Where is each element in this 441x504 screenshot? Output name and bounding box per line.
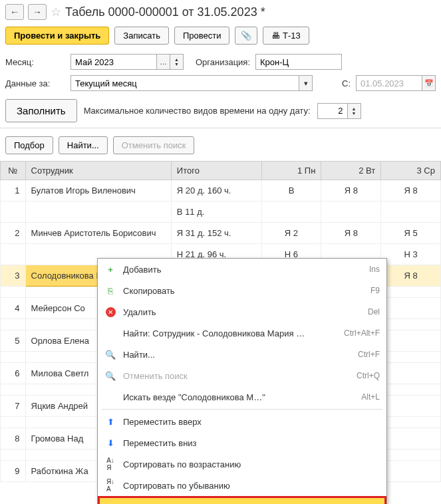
favorite-star-icon[interactable]: ☆ [51, 5, 61, 19]
sort-desc-icon: Я↓A [104, 479, 116, 482]
cell-day3[interactable]: Я 5 [381, 223, 441, 244]
post-and-close-button[interactable]: Провести и закрыть [5, 27, 109, 45]
calendar-button[interactable]: 📅 [422, 75, 436, 91]
attachment-button[interactable]: 📎 [235, 27, 257, 45]
fill-button[interactable]: Заполнить [5, 99, 77, 122]
post-button[interactable]: Провести [174, 27, 230, 45]
cell-num[interactable]: 1 [1, 180, 26, 201]
col-total[interactable]: Итого [171, 162, 261, 180]
cell-num[interactable]: 5 [1, 330, 26, 352]
cell-day3[interactable]: Я 8 [381, 180, 441, 201]
month-select-button[interactable]: … [157, 54, 170, 70]
cell-num[interactable]: 9 [1, 461, 26, 482]
find-button[interactable]: Найти... [59, 136, 108, 154]
forward-button[interactable]: → [28, 4, 47, 20]
month-spinner[interactable]: ▲▼ [170, 54, 184, 70]
cell-day3[interactable] [381, 384, 441, 396]
cell-num[interactable] [1, 244, 26, 265]
max-types-label: Максимальное количество видов времени на… [84, 106, 311, 116]
menu-label: Искать везде "Солодовникова М…" [123, 392, 355, 402]
cell-num[interactable] [1, 201, 26, 223]
cell-day1[interactable]: В [261, 180, 321, 201]
cell-total[interactable]: Я 20 д. 160 ч. [171, 180, 261, 201]
cancel-search-icon: 🔍 [104, 370, 116, 382]
col-num[interactable]: № [1, 162, 26, 180]
cell-total[interactable]: В 11 д. [171, 201, 261, 223]
menu-item[interactable]: Искать везде "Солодовникова М…"Alt+L [98, 386, 386, 408]
cell-day3[interactable] [381, 449, 441, 461]
cell-day3[interactable] [381, 298, 441, 319]
cell-num[interactable] [1, 319, 26, 330]
cell-day3[interactable] [381, 201, 441, 223]
cell-day2[interactable]: Я 8 [321, 180, 381, 201]
cell-day3[interactable] [381, 330, 441, 352]
menu-shortcut: Ctrl+Alt+F [344, 328, 380, 338]
table-row[interactable]: 1Булатов Игорь ВиленовичЯ 20 д. 160 ч.ВЯ… [1, 180, 441, 201]
max-types-spinner[interactable]: ▲▼ [348, 103, 361, 119]
cell-day3[interactable] [381, 461, 441, 482]
cell-num[interactable]: 6 [1, 363, 26, 384]
cell-employee[interactable]: Минчев Аристотель Борисович [25, 223, 171, 244]
menu-item[interactable]: A↓ЯСортировать по возрастанию [98, 453, 386, 475]
cell-employee[interactable] [25, 201, 171, 223]
cell-day3[interactable] [381, 428, 441, 449]
menu-label: Добавить [123, 265, 363, 275]
cell-day2[interactable]: Я 8 [321, 223, 381, 244]
cell-day3[interactable] [381, 417, 441, 428]
cell-day3[interactable] [381, 363, 441, 384]
cell-num[interactable]: 7 [1, 396, 26, 417]
sort-asc-icon: A↓Я [104, 458, 116, 470]
cancel-search-button: Отменить поиск [113, 136, 195, 154]
select-button[interactable]: Подбор [5, 136, 53, 154]
cell-num[interactable] [1, 384, 26, 396]
down-icon: ⬇ [104, 437, 116, 449]
menu-item[interactable]: +ДобавитьIns [98, 259, 386, 280]
cell-num[interactable] [1, 352, 26, 363]
cell-num[interactable]: 3 [1, 265, 26, 287]
cell-day2[interactable] [321, 201, 381, 223]
cell-num[interactable]: 2 [1, 223, 26, 244]
cell-day3[interactable]: Я 8 [381, 265, 441, 287]
data-for-label: Данные за: [5, 78, 65, 88]
cell-day3[interactable] [381, 352, 441, 363]
from-date-input[interactable] [356, 75, 422, 91]
org-input[interactable] [255, 54, 342, 70]
delete-icon: ✕ [104, 306, 116, 318]
col-employee[interactable]: Сотрудник [25, 162, 171, 180]
data-for-dropdown[interactable]: ▾ [299, 75, 313, 91]
menu-item[interactable]: ⬇Переместить вниз [98, 432, 386, 453]
max-types-input[interactable] [317, 103, 348, 119]
save-button[interactable]: Записать [114, 27, 169, 45]
menu-item[interactable]: ⎘СкопироватьF9 [98, 280, 386, 301]
cell-num[interactable]: 8 [1, 428, 26, 449]
cell-num[interactable] [1, 417, 26, 428]
table-row[interactable]: 2Минчев Аристотель БорисовичЯ 31 д. 152 … [1, 223, 441, 244]
cell-day3[interactable] [381, 396, 441, 417]
back-button[interactable]: ← [5, 4, 24, 20]
cell-num[interactable]: 4 [1, 298, 26, 319]
cell-day1[interactable]: Я 2 [261, 223, 321, 244]
up-icon: ⬆ [104, 416, 116, 428]
cell-day3[interactable] [381, 319, 441, 330]
print-t13-button[interactable]: 🖶 Т-13 [263, 27, 309, 45]
cell-num[interactable] [1, 449, 26, 461]
cell-day3[interactable] [381, 287, 441, 298]
col-day1[interactable]: 1 Пн [261, 162, 321, 180]
menu-label: Удалить [123, 307, 361, 317]
menu-item[interactable]: 🔍Найти...Ctrl+F [98, 344, 386, 365]
data-for-input[interactable] [71, 75, 299, 91]
col-day2[interactable]: 2 Вт [321, 162, 381, 180]
cell-day3[interactable]: Н 3 [381, 244, 441, 265]
table-row[interactable]: В 11 д. [1, 201, 441, 223]
cell-employee[interactable]: Булатов Игорь Виленович [25, 180, 171, 201]
menu-shortcut: Del [368, 307, 380, 316]
menu-item[interactable]: ✕УдалитьDel [98, 301, 386, 322]
month-input[interactable] [71, 54, 157, 70]
col-day3[interactable]: 3 Ср [381, 162, 441, 180]
cell-total[interactable]: Я 31 д. 152 ч. [171, 223, 261, 244]
menu-item[interactable]: Я↓AСортировать по убыванию [98, 475, 386, 482]
menu-item[interactable]: ⬆Переместить вверх [98, 411, 386, 432]
menu-item[interactable]: Найти: Сотрудник - Солодовникова Мария …… [98, 322, 386, 344]
cell-num[interactable] [1, 287, 26, 298]
cell-day1[interactable] [261, 201, 321, 223]
